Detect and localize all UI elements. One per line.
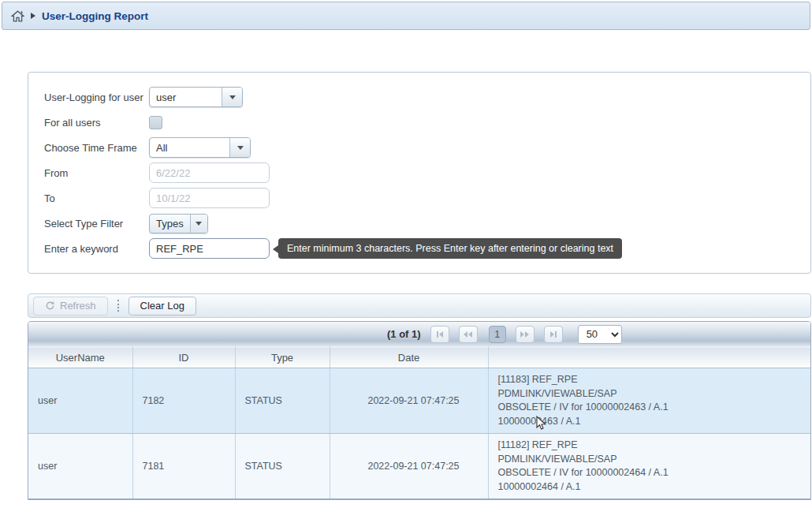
from-label: From: [44, 167, 149, 179]
paginator-current-text: (1 of 1): [387, 328, 421, 340]
tooltip-text: Enter minimum 3 characters. Press Enter …: [287, 243, 613, 254]
column-header-type[interactable]: Type: [235, 347, 330, 368]
refresh-button-label: Refresh: [60, 300, 96, 312]
refresh-button[interactable]: Refresh: [33, 297, 108, 316]
keyword-input[interactable]: [149, 238, 270, 259]
cell-id: 7182: [132, 368, 235, 434]
filter-panel: User-Logging for user user For all users…: [28, 72, 811, 274]
chevron-down-icon: [196, 222, 202, 226]
chevron-down-icon: [237, 146, 244, 150]
to-label: To: [44, 192, 149, 204]
all-users-checkbox[interactable]: [149, 116, 162, 129]
toolbar: Refresh Clear Log: [28, 293, 811, 318]
cell-type: STATUS: [235, 368, 330, 434]
header-row: UserName ID Type Date: [28, 347, 810, 368]
refresh-icon: [45, 301, 55, 311]
toolbar-separator: [117, 300, 119, 312]
cell-detail: [11182] REF_RPE PDMLINK/VIEWABLE/SAP OBS…: [488, 434, 810, 499]
last-page-icon: [550, 331, 554, 338]
detail-line: PDMLINK/VIEWABLE/SAP: [498, 453, 803, 467]
all-users-row: For all users: [44, 112, 810, 133]
user-combobox-dropdown-button[interactable]: [222, 88, 242, 106]
timeframe-row: Choose Time Frame All: [44, 137, 810, 158]
column-header-date[interactable]: Date: [330, 347, 488, 368]
cell-username: user: [28, 368, 132, 434]
timeframe-combobox-dropdown-button[interactable]: [229, 138, 250, 157]
next-page-icon: [520, 331, 524, 338]
detail-line: PDMLINK/VIEWABLE/SAP: [498, 387, 803, 401]
previous-page-button[interactable]: [459, 326, 478, 343]
timeframe-combobox-value: All: [150, 138, 229, 157]
next-page-button[interactable]: [516, 326, 535, 343]
tooltip-arrow-icon: [273, 245, 278, 253]
type-filter-button[interactable]: Types: [149, 214, 208, 233]
home-icon[interactable]: [11, 10, 24, 22]
previous-page-icon: [464, 331, 467, 338]
breadcrumb-bar: User-Logging Report: [2, 2, 810, 30]
page-title: User-Logging Report: [42, 10, 148, 22]
all-users-label: For all users: [44, 117, 149, 129]
cell-type: STATUS: [235, 434, 330, 499]
type-filter-button-label: Types: [150, 215, 190, 233]
keyword-label: Enter a keyword: [44, 243, 149, 255]
page-number-button[interactable]: 1: [489, 326, 506, 343]
paginator: (1 of 1) 1 50: [28, 322, 810, 346]
cell-username: user: [28, 434, 132, 499]
type-filter-row: Select Type Filter Types: [44, 213, 810, 233]
from-date-input[interactable]: [149, 162, 270, 183]
keyword-row: Enter a keyword Enter minimum 3 characte…: [44, 238, 810, 259]
breadcrumb-arrow-icon: [31, 13, 35, 19]
first-page-button[interactable]: [430, 326, 449, 343]
to-row: To: [44, 188, 810, 208]
type-filter-label: Select Type Filter: [44, 218, 149, 230]
column-header-username[interactable]: UserName: [28, 347, 132, 368]
detail-line: OBSOLETE / IV for 10000002463 / A.1: [498, 401, 803, 415]
user-combobox-value: user: [150, 88, 222, 106]
clear-log-button-label: Clear Log: [140, 300, 184, 312]
timeframe-label: Choose Time Frame: [44, 142, 149, 154]
cell-date: 2022-09-21 07:47:25: [330, 368, 488, 434]
to-date-input[interactable]: [149, 188, 270, 208]
first-page-icon: [437, 331, 438, 338]
column-header-id[interactable]: ID: [132, 347, 235, 368]
timeframe-combobox[interactable]: All: [149, 137, 251, 158]
mouse-cursor: [536, 416, 546, 434]
log-table: UserName ID Type Date user 7182 STATUS 2…: [28, 346, 810, 499]
log-table-panel: (1 of 1) 1 50 UserName ID: [28, 321, 811, 500]
from-row: From: [44, 162, 810, 183]
cell-date: 2022-09-21 07:47:25: [330, 434, 488, 499]
chevron-down-icon: [229, 95, 236, 99]
column-header-detail[interactable]: [488, 347, 810, 368]
detail-line: [11182] REF_RPE: [498, 439, 803, 453]
cell-id: 7181: [132, 434, 235, 499]
type-filter-dropdown-button[interactable]: [190, 215, 207, 233]
user-row: User-Logging for user user: [44, 87, 810, 107]
detail-line: OBSOLETE / IV for 10000002464 / A.1: [498, 466, 803, 480]
clear-log-button[interactable]: Clear Log: [129, 297, 196, 316]
detail-line: [11183] REF_RPE: [498, 373, 803, 387]
detail-line: 10000002464 / A.1: [498, 480, 803, 495]
user-label: User-Logging for user: [44, 91, 149, 103]
page-size-select[interactable]: 50: [578, 325, 622, 344]
user-combobox[interactable]: user: [149, 87, 243, 107]
last-page-button[interactable]: [544, 326, 563, 343]
table-row: user 7182 STATUS 2022-09-21 07:47:25 [11…: [28, 368, 810, 434]
keyword-tooltip: Enter minimum 3 characters. Press Enter …: [278, 238, 622, 259]
table-row: user 7181 STATUS 2022-09-21 07:47:25 [11…: [28, 434, 810, 499]
